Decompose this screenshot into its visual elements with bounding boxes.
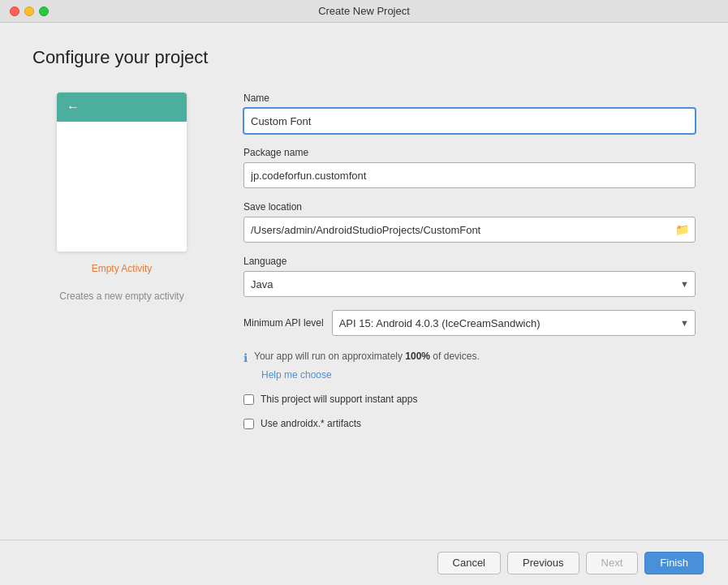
api-select-wrapper: API 15: Android 4.0.3 (IceCreamSandwich)… [332, 310, 696, 336]
title-bar: Create New Project [0, 0, 728, 23]
window-title: Create New Project [318, 5, 410, 17]
api-level-select[interactable]: API 15: Android 4.0.3 (IceCreamSandwich)… [332, 310, 696, 336]
activity-description: Creates a new empty activity [59, 290, 183, 302]
coverage-text: Your app will run on approximately 100% … [254, 351, 480, 362]
androidx-label: Use androidx.* artifacts [261, 418, 361, 429]
package-input[interactable] [243, 162, 696, 188]
androidx-row: Use androidx.* artifacts [243, 418, 696, 429]
cancel-button[interactable]: Cancel [437, 552, 501, 574]
phone-preview: ← [57, 92, 187, 252]
save-location-input[interactable] [243, 217, 696, 243]
help-me-choose-link[interactable]: Help me choose [261, 369, 696, 381]
maximize-button[interactable] [39, 6, 49, 16]
instant-apps-checkbox[interactable] [243, 394, 254, 405]
language-select[interactable]: Java Kotlin [243, 271, 696, 297]
info-section: ℹ Your app will run on approximately 100… [243, 351, 696, 381]
back-arrow-icon: ← [67, 100, 80, 114]
coverage-info: ℹ Your app will run on approximately 100… [243, 351, 696, 364]
name-input[interactable] [243, 108, 696, 134]
name-label: Name [243, 92, 696, 104]
next-button[interactable]: Next [586, 552, 639, 574]
main-content: Configure your project ← Empty Activity … [0, 23, 728, 540]
phone-body [57, 122, 187, 252]
previous-button[interactable]: Previous [507, 552, 579, 574]
api-level-row: Minimum API level API 15: Android 4.0.3 … [243, 310, 696, 336]
activity-label: Empty Activity [92, 263, 153, 274]
info-icon: ℹ [243, 351, 248, 364]
close-button[interactable] [10, 6, 19, 16]
bottom-bar: Cancel Previous Next Finish [0, 540, 728, 585]
save-location-label: Save location [243, 201, 696, 213]
traffic-lights [10, 6, 49, 16]
language-select-wrapper: Java Kotlin ▼ [243, 271, 696, 297]
instant-apps-label: This project will support instant apps [261, 394, 417, 405]
instant-apps-row: This project will support instant apps [243, 394, 696, 405]
left-panel: ← Empty Activity Creates a new empty act… [32, 92, 211, 523]
minimize-button[interactable] [24, 6, 34, 16]
name-group: Name [243, 92, 696, 134]
right-panel: Name Package name Save location 📁 Langua… [243, 92, 696, 523]
save-location-input-wrapper: 📁 [243, 217, 696, 243]
phone-header: ← [57, 92, 187, 122]
page-title: Configure your project [32, 47, 696, 68]
language-group: Language Java Kotlin ▼ [243, 256, 696, 297]
min-api-label: Minimum API level [243, 317, 324, 329]
content-area: ← Empty Activity Creates a new empty act… [32, 92, 696, 523]
androidx-checkbox[interactable] [243, 419, 254, 429]
package-label: Package name [243, 147, 696, 158]
language-label: Language [243, 256, 696, 267]
package-group: Package name [243, 147, 696, 188]
save-location-group: Save location 📁 [243, 201, 696, 243]
finish-button[interactable]: Finish [644, 552, 704, 574]
